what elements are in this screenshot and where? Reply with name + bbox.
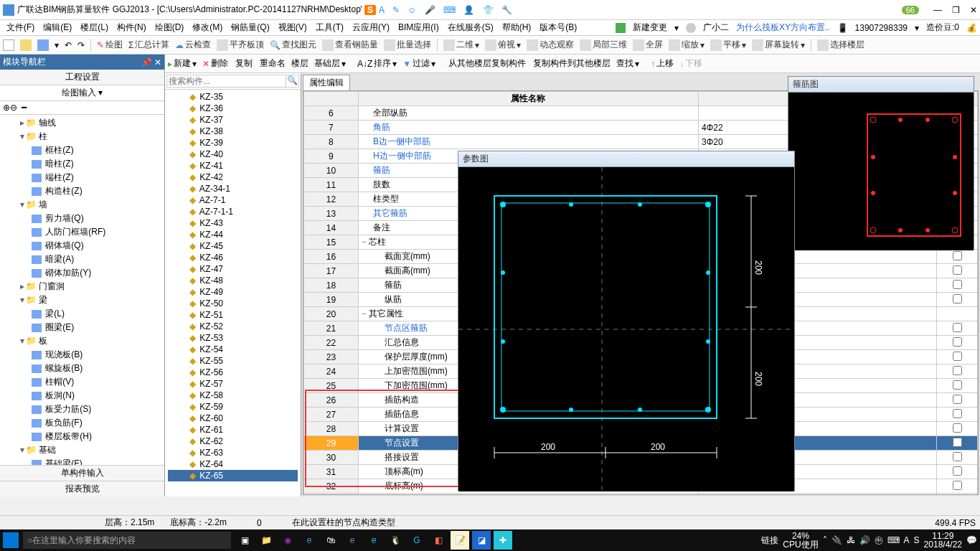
component-list-item[interactable]: ◆ KZ-61 [168,424,298,435]
component-list-item[interactable]: ◆ KZ-53 [168,332,298,344]
component-list-item[interactable]: ◆ KZ-58 [168,390,298,401]
cloud-check-button[interactable]: ☁云检查 [175,39,211,51]
component-list-item[interactable]: ◆ KZ-45 [168,240,298,252]
tree-item[interactable]: 框柱(Z) [3,143,161,157]
tree-item[interactable]: ▾📁 板 [3,334,161,348]
menu-rebar[interactable]: 钢筋量(Q) [227,22,273,34]
component-list-item[interactable]: ◆ KZ-42 [168,171,298,183]
delete-button[interactable]: ✕删除 [202,57,228,70]
menu-tool[interactable]: 工具(T) [312,22,347,34]
move-up-button[interactable]: ↑上移 [651,57,674,70]
tree-item[interactable]: 构造柱(Z) [3,184,161,198]
component-list-item[interactable]: ◆ KZ-55 [168,355,298,367]
tree-item[interactable]: 板受力筋(S) [3,402,161,416]
component-list-item[interactable]: ◆ KZ-48 [168,275,298,286]
component-list-item[interactable]: ◆ KZ-59 [168,401,298,413]
tray-notification-icon[interactable]: 💬 [966,535,977,545]
component-list-item[interactable]: ◆ KZ-54 [168,344,298,355]
menu-member[interactable]: 构件(N) [113,22,150,34]
component-list-item[interactable]: ◆ KZ-63 [168,447,298,458]
top-view-button[interactable]: 俯视▾ [485,39,521,51]
component-list-item[interactable]: ◆ KZ-47 [168,263,298,275]
app-icon-5[interactable]: ✚ [494,531,512,550]
view-rebar-button[interactable]: 查看钢筋量 [322,39,378,51]
search-input[interactable] [166,75,286,88]
menu-view[interactable]: 视图(V) [275,22,311,34]
tree-item[interactable]: ▾📁 柱 [3,130,161,143]
tree-item[interactable]: 圈梁(E) [3,321,161,334]
tree-item[interactable]: ▸📁 门窗洞 [3,280,161,293]
component-list-item[interactable]: ◆ KZ-64 [168,458,298,470]
tree-item[interactable]: 板负筋(F) [3,416,161,430]
component-list-item[interactable]: ◆ KZ-46 [168,252,298,263]
menu-modify[interactable]: 修改(M) [189,22,226,34]
batch-select-button[interactable]: 批量选择 [384,39,431,51]
component-list-item[interactable]: ◆ KZ-65 [168,470,298,481]
open-icon[interactable] [20,39,32,51]
component-list-item[interactable]: ◆ KZ-40 [168,149,298,160]
component-list-item[interactable]: ◆ KZ-57 [168,378,298,390]
edge-icon-2[interactable]: e [343,531,362,550]
browser-icon[interactable]: G [407,531,426,550]
app-icon-3[interactable]: 📝 [451,531,469,550]
tab-draw-input[interactable]: 绘图输入 ▾ [0,85,164,101]
tab-single-input[interactable]: 单构件输入 [0,465,164,481]
select-floor-button[interactable]: 选择楼层 [817,39,864,51]
tree-item[interactable]: 现浇板(B) [3,348,161,362]
menu-bim[interactable]: BIM应用(I) [395,22,443,34]
floor-dropdown[interactable]: 楼层 [291,57,308,70]
tree-item[interactable]: 暗梁(A) [3,253,161,266]
tray-volume-icon[interactable]: 🔊 [859,535,870,545]
coin-icon[interactable]: 💰 [966,23,977,33]
tray-network-icon[interactable]: 🖧 [847,535,855,545]
menu-file[interactable]: 文件(F) [3,22,38,34]
component-list-item[interactable]: ◆ KZ-62 [168,435,298,447]
phone-number[interactable]: 13907298339 [855,23,908,33]
user-name[interactable]: 广小二 [703,22,729,34]
menu-floor[interactable]: 楼层(L) [77,22,112,34]
tree-item[interactable]: 板洞(N) [3,389,161,402]
menu-cloud[interactable]: 云应用(Y) [349,22,393,34]
pan-button[interactable]: 平移▾ [710,39,746,51]
tree-item[interactable]: 楼层板带(H) [3,430,161,443]
tree-item[interactable]: ▾📁 梁 [3,293,161,307]
rename-button[interactable]: 重命名 [258,57,286,70]
edge-icon-1[interactable]: e [300,531,319,550]
draw-button[interactable]: ✎绘图 [97,39,123,51]
tray-link[interactable]: 链接 [761,534,778,547]
tray-a-icon[interactable]: A [904,535,910,545]
save-icon[interactable] [37,39,49,51]
tray-s-icon[interactable]: S [914,535,920,545]
tree-item[interactable]: ▾📁 基础 [3,443,161,457]
taskbar-search[interactable]: ○ 在这里输入你要搜索的内容 [23,532,231,549]
new-button[interactable]: ▸新建▾ [168,57,197,70]
component-list-item[interactable]: ◆ KZ-43 [168,217,298,229]
app-icon-1[interactable]: ◉ [278,531,297,550]
menu-edit[interactable]: 编辑(E) [39,22,75,34]
ie-icon[interactable]: e [364,531,383,550]
undo-icon[interactable]: ↶ [65,40,72,50]
component-list-item[interactable]: ◆ KZ-36 [168,103,298,114]
tab-report-preview[interactable]: 报表预览 [0,481,164,496]
store-icon[interactable]: 🛍 [321,531,340,550]
copy-to-floor-button[interactable]: 复制构件到其他楼层 [532,57,611,70]
tree-item[interactable]: ▾📁 墙 [3,198,161,212]
local-3d-button[interactable]: 局部三维 [580,39,627,51]
orbit-button[interactable]: 动态观察 [527,39,574,51]
filter-button[interactable]: ▼过滤▾ [402,57,435,70]
tray-ime-icon[interactable]: ㊥ [875,534,883,547]
tree-item[interactable]: ▸📁 轴线 [3,116,161,130]
tree-item[interactable]: 基础梁(F) [3,457,161,465]
component-list-item[interactable]: ◆ AZ-34-1 [168,183,298,194]
tray-power-icon[interactable]: 🔌 [831,535,842,545]
tree-item[interactable]: 砌体加筋(Y) [3,266,161,280]
tree-item[interactable]: 砌体墙(Q) [3,239,161,253]
sort-button[interactable]: A↓Z排序▾ [357,57,397,70]
tree-item[interactable]: 人防门框墙(RF) [3,225,161,239]
component-list-item[interactable]: ◆ KZ-52 [168,321,298,332]
find-elem-button[interactable]: 🔍查找图元 [270,39,316,51]
copy-from-floor-button[interactable]: 从其他楼层复制构件 [447,57,526,70]
collapse-icon[interactable]: ━ [22,103,27,113]
component-list-item[interactable]: ◆ AZ-7-1 [168,194,298,206]
tree-item[interactable]: 剪力墙(Q) [3,212,161,225]
